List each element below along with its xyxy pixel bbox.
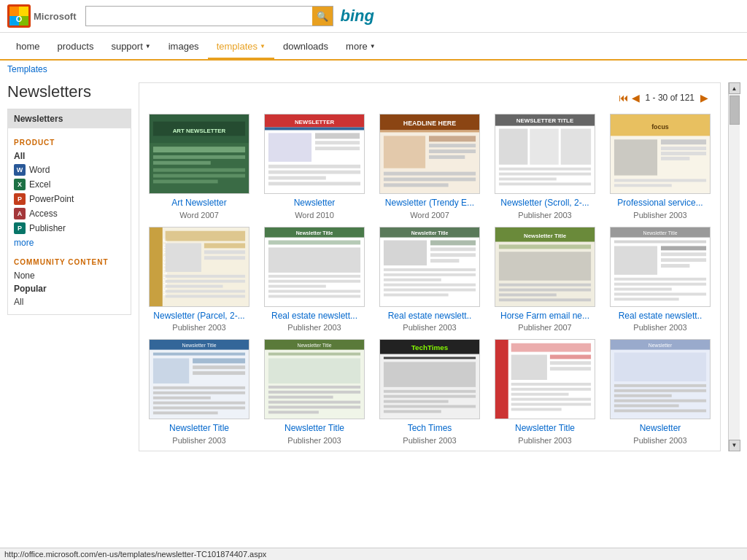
template-card-10[interactable]: Newsletter Title Real estate — [606, 227, 714, 332]
template-card-5[interactable]: focus Professional service... Publisher … — [606, 114, 714, 219]
template-meta-3: Word 2007 — [410, 211, 449, 219]
svg-rect-162 — [550, 367, 591, 370]
template-card-3[interactable]: HEADLINE HERE Newsletter (Trendy E... Wo… — [376, 114, 484, 219]
community-popular[interactable]: Popular — [14, 282, 125, 295]
excel-icon: X — [14, 179, 26, 190]
scrollbar-up-button[interactable]: ▲ — [729, 82, 740, 94]
template-name-12[interactable]: Newsletter Title — [285, 423, 344, 435]
template-card-1[interactable]: ART NEWSLETTER Art Newsletter Word 2007 — [145, 114, 253, 219]
page-info: 1 - 30 of 121 — [646, 93, 694, 103]
template-thumb-3: HEADLINE HERE — [379, 114, 480, 194]
nav-bar: home products support ▼ images templates… — [0, 33, 747, 61]
nav-home[interactable]: home — [7, 35, 49, 58]
prev-page-button[interactable]: ◀ — [632, 92, 640, 104]
first-page-button[interactable]: ⏮ — [619, 92, 629, 104]
filter-access[interactable]: A Access — [14, 206, 125, 221]
template-name-1[interactable]: Art Newsletter — [171, 198, 226, 209]
svg-text:Newsletter Title: Newsletter Title — [298, 343, 332, 348]
nav-support[interactable]: support ▼ — [102, 35, 159, 58]
community-none[interactable]: None — [14, 269, 125, 282]
svg-rect-76 — [268, 240, 360, 244]
word-label: Word — [29, 165, 50, 175]
template-meta-15: Publisher 2003 — [633, 436, 686, 445]
next-page-button[interactable]: ▶ — [700, 92, 708, 104]
filter-excel[interactable]: X Excel — [14, 177, 125, 192]
template-name-15[interactable]: Newsletter — [640, 423, 681, 435]
template-card-2[interactable]: NEWSLETTER Newsletter Word 2010 — [260, 114, 368, 219]
scrollbar-down-button[interactable]: ▼ — [729, 440, 740, 451]
more-link[interactable]: more — [14, 238, 34, 248]
newsletters-filter[interactable]: Newsletters — [8, 109, 131, 128]
svg-rect-68 — [166, 274, 245, 277]
template-card-12[interactable]: Newsletter Title Newsletter Title Publis… — [260, 339, 368, 445]
svg-rect-173 — [614, 384, 706, 387]
filter-all[interactable]: All — [14, 149, 125, 163]
template-card-11[interactable]: Newsletter Title Newsletter T — [145, 339, 253, 445]
svg-rect-138 — [268, 359, 360, 384]
nav-templates[interactable]: templates ▼ — [208, 35, 274, 59]
nav-products[interactable]: products — [49, 35, 103, 58]
search-button[interactable]: 🔍 — [312, 7, 333, 26]
template-card-6[interactable]: NEWSLETTER TITLE Newsletter (Parcel, 2-.… — [145, 227, 253, 332]
svg-rect-166 — [511, 398, 591, 401]
svg-rect-81 — [268, 289, 360, 292]
template-name-8[interactable]: Real estate newslett.. — [388, 311, 472, 322]
template-name-7[interactable]: Real estate newslett... — [271, 311, 357, 322]
svg-rect-80 — [268, 284, 326, 287]
template-card-8[interactable]: Newsletter Title Real estate — [376, 227, 484, 332]
template-name-3[interactable]: Newsletter (Trendy E... — [385, 198, 474, 209]
breadcrumb: Templates — [0, 61, 747, 78]
svg-rect-36 — [429, 155, 465, 159]
svg-rect-65 — [204, 243, 245, 248]
template-name-9[interactable]: Horse Farm email ne... — [500, 311, 589, 322]
template-card-15[interactable]: Newsletter Newsletter Publisher 2003 — [606, 339, 714, 445]
template-name-13[interactable]: Tech Times — [408, 423, 452, 435]
template-name-11[interactable]: Newsletter Title — [169, 423, 229, 435]
template-grid: ART NEWSLETTER Art Newsletter Word 2007 … — [145, 114, 714, 445]
svg-rect-67 — [204, 256, 245, 260]
template-meta-6: Publisher 2003 — [172, 323, 225, 332]
template-card-13[interactable]: TechTimes Tech Times Publisher 2003 — [376, 339, 484, 445]
access-icon: A — [14, 208, 26, 219]
svg-rect-94 — [384, 283, 476, 286]
template-name-10[interactable]: Real estate newslett.. — [619, 311, 703, 322]
scrollbar[interactable]: ▲ ▼ — [728, 82, 740, 451]
svg-text:Newsletter Title: Newsletter Title — [524, 232, 567, 238]
template-name-14[interactable]: Newsletter Title — [515, 423, 575, 435]
svg-text:ART NEWSLETTER: ART NEWSLETTER — [173, 128, 226, 134]
svg-rect-78 — [268, 274, 360, 277]
filter-word[interactable]: W Word — [14, 163, 125, 177]
template-name-2[interactable]: Newsletter — [294, 198, 336, 209]
template-card-7[interactable]: Newsletter Title Real estate newslett...… — [260, 227, 368, 332]
svg-rect-54 — [661, 139, 706, 144]
template-meta-4: Publisher 2003 — [518, 211, 571, 219]
svg-rect-175 — [614, 394, 672, 397]
svg-rect-69 — [166, 279, 245, 282]
template-card-4[interactable]: NEWSLETTER TITLE Newsletter (Scroll, 2-.… — [491, 114, 599, 219]
filter-box: Newsletters PRODUCT All W Word X Excel P… — [7, 109, 131, 315]
search-input[interactable] — [86, 7, 312, 26]
template-name-4[interactable]: Newsletter (Scroll, 2-... — [500, 198, 589, 209]
nav-images[interactable]: images — [160, 35, 208, 58]
svg-rect-21 — [315, 133, 360, 139]
nav-more[interactable]: more ▼ — [337, 35, 384, 58]
breadcrumb-link[interactable]: Templates — [7, 64, 47, 74]
community-all[interactable]: All — [14, 295, 125, 308]
svg-rect-158 — [511, 343, 591, 352]
template-name-6[interactable]: Newsletter (Parcel, 2-... — [153, 311, 244, 322]
access-label: Access — [29, 209, 58, 219]
scrollbar-thumb[interactable] — [729, 96, 740, 125]
nav-downloads[interactable]: downloads — [274, 35, 337, 58]
svg-rect-70 — [166, 284, 223, 287]
template-card-9[interactable]: Newsletter Title Horse Farm email ne... … — [491, 227, 599, 332]
template-name-5[interactable]: Professional service... — [617, 198, 703, 209]
template-meta-2: Word 2010 — [295, 211, 334, 219]
product-section-header: PRODUCT — [14, 139, 125, 147]
filter-publisher[interactable]: P Publisher — [14, 221, 125, 236]
word-icon: W — [14, 164, 26, 176]
svg-rect-10 — [153, 161, 211, 165]
svg-rect-34 — [429, 144, 476, 147]
template-card-14[interactable]: NEWSLETTER TITLE Newsletter T — [491, 339, 599, 445]
filter-powerpoint[interactable]: P PowerPoint — [14, 192, 125, 206]
svg-rect-111 — [661, 246, 706, 250]
